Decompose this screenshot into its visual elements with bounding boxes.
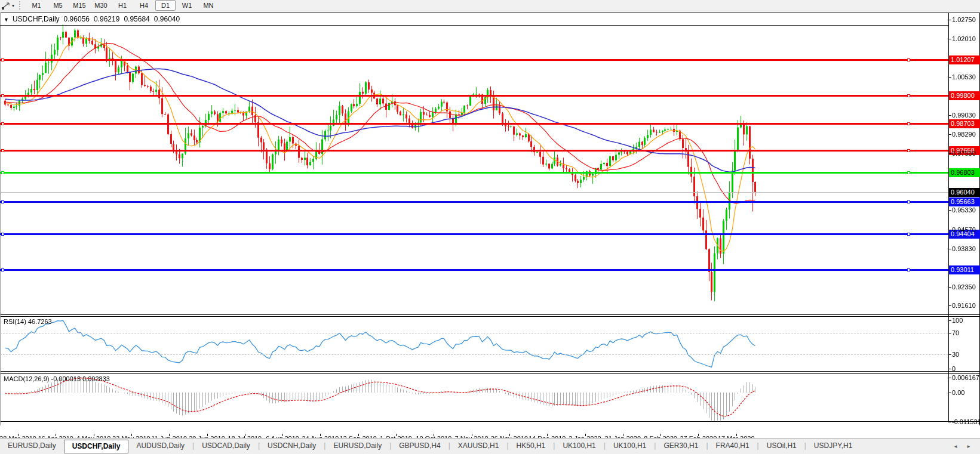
chart-tab-usdcnh-daily[interactable]: USDCNH,Daily [260,440,324,452]
price-tick-label: 0.98290 [952,131,976,138]
line-handle[interactable] [1,122,4,125]
chart-tab-xauusd-h1[interactable]: XAUUSD,H1 [450,440,507,452]
pivot-line[interactable] [0,172,948,174]
timeframe-button-m30[interactable]: M30 [91,0,111,11]
chart-tab-usoil-h1[interactable]: USOil,H1 [759,440,804,452]
timeframe-button-m1[interactable]: M1 [26,0,47,11]
chart-tab-bar: EURUSD,DailyUSDCHF,DailyAUDUSD,Daily|USD… [0,438,980,454]
line-handle[interactable] [907,233,910,236]
line-handle[interactable] [907,94,910,97]
ohlc-high: 0.96219 [94,15,119,23]
chart-tab-audusd-daily[interactable]: AUDUSD,Daily [128,440,192,452]
rsi-level-line [0,333,948,333]
chart-tab-usdchf-daily[interactable]: USDCHF,Daily [64,440,129,453]
price-level-label: 0.96803 [949,168,980,177]
tab-scroll-buttons: ◄► [949,438,980,454]
price-level-label: 0.99800 [949,91,980,100]
price-level-label: 1.01207 [949,55,980,64]
price-tick-label: 0.97550 [952,150,976,157]
axis-tick-mark [948,378,951,378]
line-handle[interactable] [1,268,4,271]
current-price-line [0,192,948,193]
pane-border-vertical [948,13,949,421]
rsi-tick-label: 30 [952,351,959,358]
price-level-label: 0.98703 [949,119,980,128]
timeframe-button-h4[interactable]: H4 [134,0,154,11]
axis-tick-mark [948,354,951,355]
line-handle[interactable] [907,149,910,152]
chevron-down-icon[interactable]: ▾ [12,3,14,8]
chart-tab-usdcad-daily[interactable]: USDCAD,Daily [194,440,258,452]
resistance-line[interactable] [0,95,948,97]
chart-tab-eurusd-daily[interactable]: EURUSD,Daily [0,440,64,452]
axis-tick-mark [948,153,951,154]
price-tick-label: 0.99030 [952,112,976,119]
line-handle[interactable] [907,268,910,271]
rsi-level-line [0,354,948,355]
rsi-indicator-label: RSI(14) 46.7263 [4,318,52,325]
axis-tick-mark [948,39,951,39]
price-level-label: 0.95663 [949,197,980,206]
line-handle[interactable] [1,171,4,174]
timeframe-button-mn[interactable]: MN [198,0,219,11]
scroll-right-arrow[interactable]: ► [962,444,975,449]
line-handle[interactable] [907,171,910,174]
current-price-label: 0.96040 [949,188,980,197]
scroll-left-arrow[interactable]: ◄ [949,444,962,449]
price-tick-label: 1.02010 [952,35,976,42]
resistance-line[interactable] [0,59,948,61]
chart-tab-eurusd-daily[interactable]: EURUSD,Daily [325,440,389,452]
price-tick-label: 0.94570 [952,226,976,233]
line-tool-icon[interactable] [1,1,11,10]
macd-tick-label: -0.011531 [952,418,980,425]
axis-tick-mark [948,369,951,369]
price-tick-label: 1.02750 [952,16,976,23]
rsi-tick-label: 0 [952,365,956,372]
axis-tick-mark [948,320,951,321]
line-handle[interactable] [1,149,4,152]
chart-tab-usdjpy-h1[interactable]: USDJPY,H1 [806,440,860,452]
macd-indicator-label: MACD(12,26,9) -0.000013 0.002833 [4,375,110,382]
pane-border [0,13,980,13]
chart-tab-uk100-h1[interactable]: UK100,H1 [555,440,603,452]
line-handle[interactable] [907,122,910,125]
toolbar: ▾ M1M5M15M30H1H4D1W1MN [0,0,980,11]
support-line[interactable] [0,233,948,235]
line-handle[interactable] [907,58,910,61]
axis-tick-mark [948,287,951,288]
resistance-line[interactable] [0,123,948,125]
axis-tick-mark [948,20,951,20]
price-level-label: 0.93011 [949,265,980,274]
support-line[interactable] [0,269,948,271]
chart-tab-ger30-h1[interactable]: GER30,H1 [656,440,706,452]
toolbar-grip[interactable] [19,1,22,10]
line-handle[interactable] [1,200,4,203]
timeframe-button-h1[interactable]: H1 [112,0,133,11]
timeframe-button-w1[interactable]: W1 [177,0,197,11]
triangle-down-icon[interactable]: ▼ [4,17,9,23]
chart-tab-uk100-h1[interactable]: UK100,H1 [606,440,654,452]
line-handle[interactable] [1,58,4,61]
timeframe-button-m5[interactable]: M5 [48,0,68,11]
axis-tick-mark [948,77,951,78]
axis-tick-mark [948,134,951,135]
chart-tab-gbpusd-h4[interactable]: GBPUSD,H4 [391,440,448,452]
chart-tab-fra40-h1[interactable]: FRA40,H1 [708,440,757,452]
rsi-tick-label: 70 [952,329,959,336]
line-handle[interactable] [907,200,910,203]
symbol-period-label: USDCHF,Daily [13,15,60,23]
header-underline [0,25,948,26]
timeframe-button-m15[interactable]: M15 [69,0,90,11]
chart-title: ▼USDCHF,Daily0.960560.962190.956840.9604… [4,15,180,23]
price-tick-label: 0.95330 [952,206,976,214]
pane-border [0,421,980,422]
axis-tick-mark [948,422,951,422]
resistance-line[interactable] [0,150,948,152]
timeframe-button-d1[interactable]: D1 [155,0,176,11]
ohlc-low: 0.95684 [124,15,149,23]
line-handle[interactable] [1,94,4,97]
pane-border-vertical [0,13,1,425]
chart-tab-hk50-h1[interactable]: HK50,H1 [509,440,554,452]
support-line[interactable] [0,201,948,203]
line-handle[interactable] [1,233,4,236]
